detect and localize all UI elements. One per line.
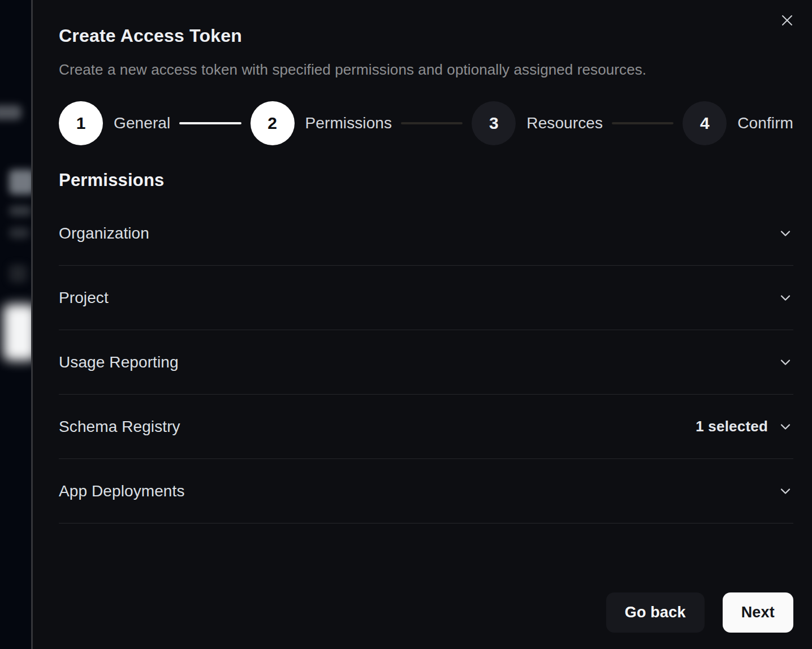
permission-row-controls: 1 selected (696, 418, 793, 435)
stepper-connector (401, 122, 463, 124)
step-number-badge: 2 (250, 101, 295, 145)
go-back-button[interactable]: Go back (606, 592, 705, 633)
permission-row-label: Organization (59, 224, 149, 243)
permission-row-controls (778, 290, 793, 306)
chevron-down-icon (778, 483, 793, 499)
modal-subtitle: Create a new access token with specified… (59, 61, 793, 78)
next-button[interactable]: Next (723, 592, 793, 633)
permission-row-label: App Deployments (59, 482, 185, 500)
chevron-down-icon (778, 419, 793, 435)
close-icon (780, 14, 794, 27)
stepper-step[interactable]: 4 Confirm (683, 101, 793, 145)
background-blur-shape (3, 304, 33, 361)
permission-row-label: Project (59, 289, 109, 307)
stepper-step[interactable]: 3 Resources (472, 101, 603, 145)
permission-row-label: Schema Registry (59, 418, 180, 436)
background-blur-shape (9, 227, 29, 239)
background-blur-shape (9, 170, 33, 194)
stepper-connector (612, 122, 673, 124)
step-number-badge: 3 (472, 101, 516, 145)
section-heading: Permissions (59, 170, 793, 191)
chevron-down-icon (778, 354, 793, 370)
permission-row-controls (778, 354, 793, 370)
permission-row[interactable]: Usage Reporting (59, 330, 793, 395)
permission-group-list: Organization Project Usage Reporting (59, 201, 793, 523)
page-title: Create Access Token (59, 25, 793, 46)
permission-row[interactable]: Schema Registry 1 selected (59, 395, 793, 459)
background-blur-shape (0, 105, 21, 120)
background-page-strip (0, 0, 33, 649)
step-number-badge: 4 (683, 101, 727, 145)
permission-row-label: Usage Reporting (59, 353, 179, 371)
stepper: 1 General 2 Permissions 3 Resources 4 Co… (59, 101, 793, 145)
permission-row[interactable]: App Deployments (59, 459, 793, 523)
permission-row[interactable]: Organization (59, 201, 793, 266)
chevron-down-icon (778, 290, 793, 306)
step-label: Permissions (305, 114, 392, 132)
chevron-down-icon (778, 226, 793, 241)
permission-row[interactable]: Project (59, 266, 793, 330)
permission-row-controls (778, 226, 793, 241)
close-button[interactable] (779, 12, 795, 28)
selected-count-badge: 1 selected (696, 418, 768, 435)
background-blur-shape (9, 265, 27, 283)
stepper-step[interactable]: 1 General (59, 101, 170, 145)
create-access-token-modal: Create Access Token Create a new access … (31, 0, 812, 649)
background-blur-shape (9, 206, 32, 216)
stepper-step[interactable]: 2 Permissions (250, 101, 392, 145)
step-number-badge: 1 (59, 101, 103, 145)
step-label: Resources (526, 114, 603, 132)
step-label: Confirm (737, 114, 793, 132)
stepper-connector (179, 122, 241, 124)
step-label: General (114, 114, 170, 132)
footer-actions: Go back Next (606, 592, 793, 633)
permission-row-controls (778, 483, 793, 499)
